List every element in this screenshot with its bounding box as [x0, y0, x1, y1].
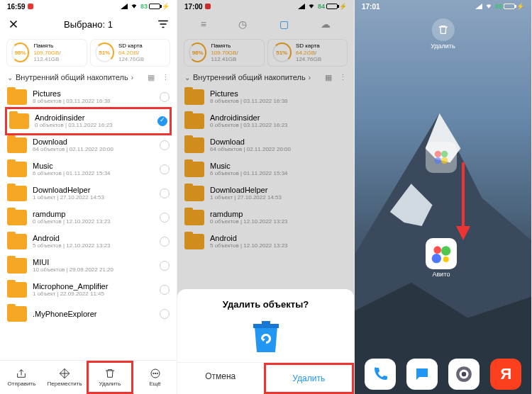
storage-internal[interactable]: 98% Память 109.70GB/ 112.41GB — [184, 40, 264, 66]
app-label-avito: Авито — [420, 271, 462, 278]
svg-point-11 — [441, 157, 448, 164]
storage-sd[interactable]: 51% SD карта 64.2GB/ 124.76GB — [91, 40, 170, 66]
file-name: Androidinsider — [210, 113, 347, 122]
select-radio[interactable] — [160, 92, 170, 102]
folder-icon — [184, 234, 204, 249]
folder-icon — [184, 137, 204, 153]
dock-messages[interactable] — [406, 359, 438, 390]
list-item[interactable]: Pictures8 объектов | 03.11.2022 16:38 — [0, 85, 177, 109]
storage-tab[interactable]: ▢ — [279, 18, 289, 30]
select-radio[interactable] — [160, 213, 170, 223]
confirm-delete-button[interactable]: Удалить — [264, 363, 355, 394]
list-item[interactable]: Android5 объектов | 12.10.2022 13:23 — [177, 230, 354, 254]
recording-icon — [205, 4, 211, 9]
storage-internal[interactable]: 98% Память 109.70GB/ 112.41GB — [7, 40, 87, 66]
more-icon[interactable]: ⋮ — [339, 73, 347, 82]
list-item[interactable]: ramdump0 объектов | 12.10.2022 13:23 — [177, 206, 354, 230]
trash-icon — [249, 317, 283, 355]
list-item[interactable]: Pictures8 объектов | 03.11.2022 16:38 — [177, 85, 354, 109]
battery-icon: 84⚡ — [318, 3, 347, 10]
dock-browser[interactable] — [448, 359, 480, 390]
list-item[interactable]: Microphone_Amplifier1 объект | 22.09.202… — [0, 278, 177, 302]
menu-icon[interactable]: ≡ — [201, 18, 206, 30]
select-radio[interactable] — [160, 140, 170, 150]
svg-marker-13 — [456, 226, 470, 240]
app-icon-avito[interactable] — [426, 238, 457, 269]
file-meta: 0 объектов | 12.10.2022 13:23 — [210, 218, 347, 225]
battery-icon: 85⚡ — [495, 3, 524, 10]
file-name: Pictures — [210, 89, 347, 98]
storage-sd[interactable]: 51% SD карта 64.2GB/ 124.76GB — [268, 40, 348, 66]
more-icon[interactable]: ⋮ — [162, 73, 170, 82]
file-meta: 6 объектов | 01.11.2022 15:34 — [33, 170, 154, 176]
panel-file-manager-selection: 16:59 83⚡ Выбрано: 1 98% Память 109.70GB… — [0, 0, 177, 394]
delete-button[interactable]: Удалить — [87, 361, 134, 394]
file-meta: 64 объектов | 02.11.2022 20:00 — [210, 146, 347, 152]
select-radio[interactable] — [160, 237, 170, 247]
file-name: Music — [33, 162, 154, 170]
dock-phone[interactable] — [365, 359, 396, 390]
wallpaper — [355, 57, 531, 393]
storage-internal-pct: 98% — [11, 43, 29, 62]
select-radio[interactable] — [160, 164, 170, 174]
battery-icon: 83⚡ — [140, 3, 170, 10]
status-bar: 17:00 84⚡ — [177, 0, 354, 13]
filter-icon[interactable] — [157, 18, 170, 30]
top-tabs: ≡ ◷ ▢ ☁ — [177, 13, 354, 35]
list-item[interactable]: DownloadHelper1 объект | 27.10.2022 14:5… — [0, 181, 177, 206]
folder-icon — [184, 89, 204, 105]
status-time: 17:00 — [184, 3, 203, 11]
file-list: Pictures8 объектов | 03.11.2022 16:38And… — [177, 85, 354, 254]
folder-icon — [7, 306, 27, 322]
list-item[interactable]: .MyPhoneExplorer — [0, 302, 177, 326]
file-name: Android — [210, 234, 347, 242]
file-list: Pictures8 объектов | 03.11.2022 16:38And… — [0, 85, 177, 326]
list-item[interactable]: Download64 объектов | 02.11.2022 20:00 — [0, 133, 177, 157]
cancel-button[interactable]: Отмена — [177, 363, 264, 394]
recent-tab[interactable]: ◷ — [238, 18, 247, 30]
send-button[interactable]: Отправить — [0, 361, 43, 394]
file-name: .MyPhoneExplorer — [33, 310, 154, 318]
wifi-icon — [307, 2, 316, 11]
list-item[interactable]: Music6 объектов | 01.11.2022 15:34 — [177, 157, 354, 181]
select-radio[interactable] — [160, 309, 170, 319]
list-item[interactable]: Androidinsider0 объектов | 03.11.2022 16… — [5, 107, 172, 135]
header-title: Выбрано: 1 — [64, 19, 113, 30]
list-item[interactable]: Music6 объектов | 01.11.2022 15:34 — [0, 157, 177, 181]
chevron-down-icon: ⌄ — [184, 74, 190, 81]
move-button[interactable]: Переместить — [43, 361, 87, 394]
view-icon[interactable]: ▦ — [325, 73, 332, 82]
list-item[interactable]: ramdump0 объектов | 12.10.2022 13:23 — [0, 206, 177, 230]
select-radio[interactable] — [157, 116, 167, 126]
wifi-icon — [130, 2, 138, 11]
select-radio[interactable] — [160, 285, 170, 295]
list-item[interactable]: Android5 объектов | 12.10.2022 13:23 — [0, 230, 177, 254]
file-name: Download — [210, 137, 347, 146]
storage-cards: 98% Память 109.70GB/ 112.41GB 51% SD кар… — [0, 35, 177, 70]
breadcrumb[interactable]: ⌄ Внутренний общий накопитель › ▦ ⋮ — [177, 70, 354, 85]
dock-yandex[interactable]: Я — [490, 359, 521, 390]
svg-point-8 — [435, 151, 441, 157]
list-item[interactable]: Download64 объектов | 02.11.2022 20:00 — [177, 133, 354, 157]
dialog-buttons: Отмена Удалить — [177, 362, 354, 394]
svg-point-2 — [155, 373, 155, 373]
select-radio[interactable] — [160, 188, 170, 198]
svg-point-1 — [153, 373, 153, 373]
more-button[interactable]: Ещё — [133, 361, 177, 394]
delete-drop-target[interactable]: Удалить — [431, 18, 455, 50]
list-item[interactable]: Androidinsider0 объектов | 03.11.2022 16… — [177, 109, 354, 133]
dialog-title: Удалить объекты? — [177, 299, 354, 310]
folder-icon — [184, 113, 204, 129]
cloud-tab[interactable]: ☁ — [321, 18, 331, 30]
signal-icon — [121, 4, 128, 9]
breadcrumb[interactable]: ⌄ Внутренний общий накопитель › ▦ ⋮ — [0, 70, 177, 85]
list-item[interactable]: MIUI10 объектов | 29.09.2022 21:20 — [0, 254, 177, 278]
bottom-action-bar: Отправить Переместить Удалить Ещё — [0, 360, 177, 394]
list-item[interactable]: DownloadHelper1 объект | 27.10.2022 14:5… — [177, 181, 354, 206]
svg-point-9 — [441, 151, 448, 157]
close-icon[interactable] — [7, 18, 20, 30]
file-name: DownloadHelper — [33, 186, 154, 194]
view-icon[interactable]: ▦ — [148, 73, 155, 82]
storage-cards: 98% Память 109.70GB/ 112.41GB 51% SD кар… — [177, 35, 354, 70]
select-radio[interactable] — [160, 261, 170, 271]
